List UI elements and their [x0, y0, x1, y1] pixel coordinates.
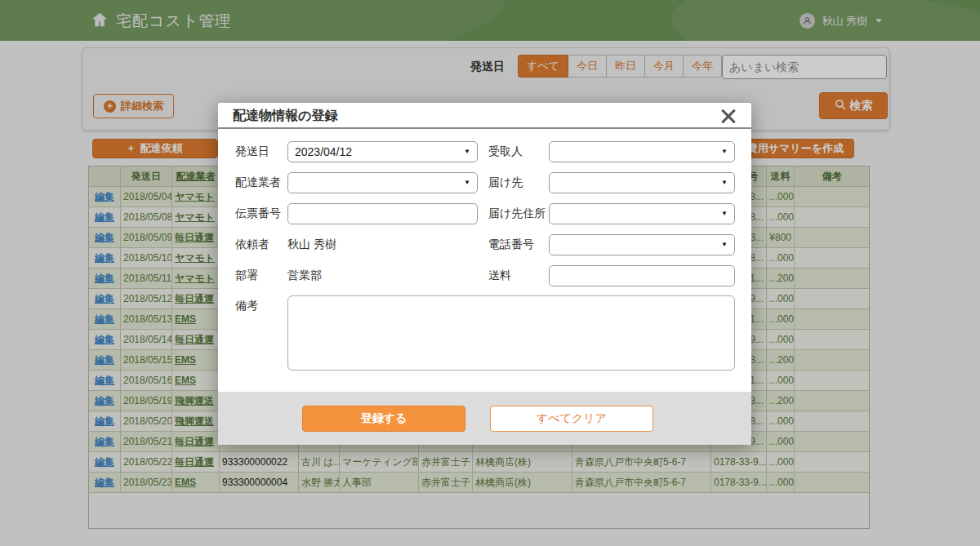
carrier-select[interactable]: ▼: [287, 172, 478, 193]
dest-address-label: 届け先住所: [488, 206, 549, 221]
slip-number-input[interactable]: [287, 203, 478, 224]
delivery-registration-modal: 配達物情報の登録 発送日 2023/04/12 ▼ 受取人 ▼ 配達業者: [218, 103, 751, 445]
requester-label: 依頼者: [235, 237, 287, 252]
clear-all-button[interactable]: すべてクリア: [490, 406, 653, 432]
ship-date-label: 発送日: [235, 144, 287, 159]
chevron-down-icon: ▼: [721, 148, 728, 155]
recipient-label: 受取人: [488, 144, 549, 159]
destination-label: 届け先: [488, 175, 549, 190]
submit-button[interactable]: 登録する: [302, 406, 466, 432]
department-value: 営業部: [287, 269, 478, 283]
modal-body: 発送日 2023/04/12 ▼ 受取人 ▼ 配達業者 ▼: [218, 129, 751, 371]
chevron-down-icon: ▼: [721, 179, 728, 186]
chevron-down-icon: ▼: [464, 148, 470, 155]
ship-date-select[interactable]: 2023/04/12 ▼: [287, 141, 478, 162]
modal-header: 配達物情報の登録: [218, 103, 751, 129]
phone-select[interactable]: ▼: [549, 234, 735, 255]
app-stage: 宅配コスト管理 秋山 秀樹 発送日 すべて今日昨日今月今年 + 詳細検索 検索 …: [0, 0, 980, 546]
chevron-down-icon: ▼: [464, 179, 470, 186]
chevron-down-icon: ▼: [721, 210, 728, 217]
department-label: 部署: [235, 269, 287, 283]
slip-number-label: 伝票番号: [235, 206, 287, 221]
close-icon[interactable]: [719, 107, 738, 127]
note-label: 備考: [235, 295, 287, 371]
note-textarea[interactable]: [287, 295, 735, 371]
requester-value: 秋山 秀樹: [287, 237, 478, 252]
modal-footer: 登録する すべてクリア: [218, 392, 751, 445]
phone-label: 電話番号: [488, 237, 549, 252]
fee-label: 送料: [488, 269, 549, 283]
fee-input[interactable]: [549, 265, 735, 286]
destination-select[interactable]: ▼: [549, 172, 735, 193]
dest-address-select[interactable]: ▼: [549, 203, 735, 224]
modal-title: 配達物情報の登録: [233, 108, 337, 125]
chevron-down-icon: ▼: [721, 241, 728, 248]
carrier-label: 配達業者: [235, 175, 287, 190]
recipient-select[interactable]: ▼: [549, 141, 735, 162]
